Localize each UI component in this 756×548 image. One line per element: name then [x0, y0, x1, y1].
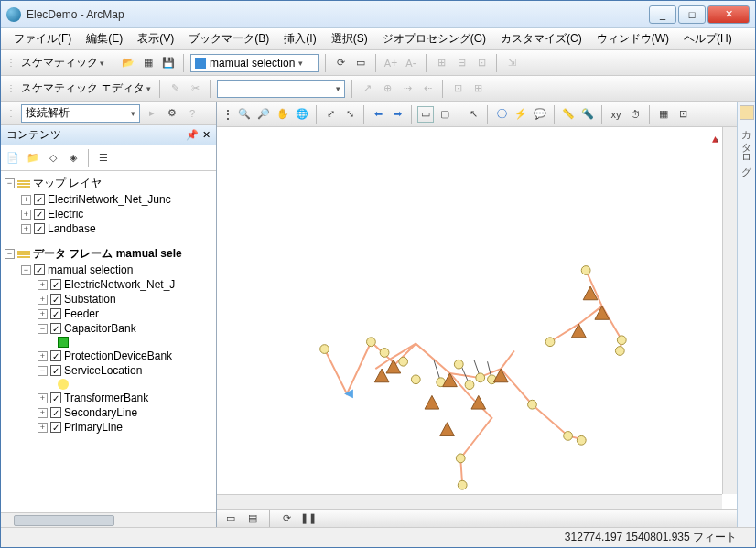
checkbox[interactable]: ✓ — [50, 350, 61, 361]
prev-extent-icon[interactable]: ⬅ — [370, 106, 386, 123]
layer-label[interactable]: Electric — [48, 208, 83, 220]
list-by-drawing-icon[interactable]: 📄 — [5, 150, 21, 167]
zoom-out-icon[interactable]: 🔎 — [255, 106, 272, 123]
toc-tree[interactable]: − マップ レイヤ +✓ElectriNetwork_Net_Junc +✓El… — [1, 171, 216, 512]
checkbox[interactable]: ✓ — [50, 392, 61, 403]
distribute-icon[interactable]: ⊟ — [453, 55, 470, 71]
checkbox[interactable]: ✓ — [50, 279, 61, 290]
checkbox[interactable]: ✓ — [50, 308, 61, 319]
full-extent-icon[interactable]: 🌐 — [294, 106, 310, 123]
layer-label[interactable]: PrimaryLine — [64, 421, 123, 434]
checkbox[interactable]: ✓ — [34, 223, 45, 234]
clear-select-icon[interactable]: ▢ — [437, 106, 453, 123]
maximize-button[interactable]: □ — [678, 5, 706, 24]
layer-label[interactable]: Feeder — [64, 307, 99, 320]
list-by-visibility-icon[interactable]: ◇ — [45, 150, 61, 167]
catalog-icon[interactable] — [740, 105, 754, 120]
map-canvas[interactable]: ▴› — [217, 127, 722, 494]
minimize-button[interactable]: _ — [649, 5, 676, 24]
pin-icon[interactable]: 📌 — [186, 129, 199, 141]
layer-label[interactable]: ElectriNetwork_Net_Junc — [48, 193, 171, 206]
checkbox[interactable]: ✓ — [34, 209, 45, 220]
map-vscrollbar[interactable] — [722, 127, 737, 494]
identify-icon[interactable]: ⓘ — [493, 106, 510, 123]
zoom-in-icon[interactable]: 🔍 — [236, 106, 253, 123]
html-popup-icon[interactable]: 💬 — [532, 106, 548, 123]
find-icon[interactable]: 🔦 — [579, 106, 596, 123]
expand-icon[interactable]: + — [38, 423, 48, 433]
editor-combo[interactable]: ▾ — [217, 80, 345, 98]
tool3-icon[interactable]: ⇢ — [399, 81, 416, 97]
tool4-icon[interactable]: ⇠ — [419, 81, 436, 97]
collapse-icon[interactable]: − — [21, 265, 31, 275]
expand-icon[interactable]: + — [38, 309, 48, 319]
close-button[interactable]: ✕ — [707, 5, 750, 24]
collapse-icon[interactable]: − — [38, 366, 48, 376]
menu-geoprocessing[interactable]: ジオプロセシング(G) — [377, 29, 491, 48]
catalog-label[interactable]: カタログ — [740, 124, 753, 170]
menu-view[interactable]: 表示(V) — [132, 29, 179, 48]
analysis-config-icon[interactable]: ⚙ — [164, 105, 180, 122]
layer-label[interactable]: CapacitorBank — [64, 322, 136, 335]
toc-close-icon[interactable]: ✕ — [202, 129, 211, 141]
new-diagram-icon[interactable]: ▦ — [140, 55, 157, 71]
checkbox[interactable]: ✓ — [50, 323, 61, 334]
expand-icon[interactable]: + — [21, 224, 31, 234]
align-icon[interactable]: ⊞ — [433, 55, 449, 71]
save-icon[interactable]: 💾 — [160, 55, 177, 71]
fixed-zoom-out-icon[interactable]: ⤡ — [341, 106, 358, 123]
menu-help[interactable]: ヘルプ(H) — [678, 29, 738, 48]
table-icon[interactable]: ▦ — [655, 106, 672, 123]
menu-customize[interactable]: カスタマイズ(C) — [495, 29, 588, 48]
toc-hscrollbar[interactable] — [1, 512, 216, 527]
collapse-icon[interactable]: − — [5, 178, 15, 188]
map-hscrollbar[interactable] — [217, 494, 722, 509]
layer-label[interactable]: ServiceLocation — [64, 364, 142, 377]
tool2-icon[interactable]: ⊕ — [379, 81, 395, 97]
tool5-icon[interactable]: ⊡ — [449, 81, 466, 97]
layer-label[interactable]: ProtectionDeviceBank — [64, 349, 172, 362]
hyperlink-icon[interactable]: ⚡ — [513, 106, 529, 123]
menu-window[interactable]: ウィンドウ(W) — [591, 29, 675, 48]
analysis-help-icon[interactable]: ? — [184, 105, 200, 122]
collapse-icon[interactable]: − — [5, 249, 15, 259]
options-icon[interactable]: ☰ — [95, 150, 112, 167]
layer-label[interactable]: SecondaryLine — [64, 406, 137, 419]
layout-icon[interactable]: ▭ — [352, 55, 369, 71]
expand-icon[interactable]: + — [38, 351, 48, 361]
expand-icon[interactable]: + — [38, 408, 48, 418]
tool6-icon[interactable]: ⊞ — [470, 81, 486, 97]
menu-select[interactable]: 選択(S) — [326, 29, 373, 48]
viewer-icon[interactable]: ⊡ — [675, 106, 691, 123]
menu-edit[interactable]: 編集(E) — [81, 29, 128, 48]
pointer-icon[interactable]: ↖ — [465, 106, 481, 123]
expand-icon[interactable]: + — [21, 195, 31, 205]
checkbox[interactable]: ✓ — [50, 407, 61, 418]
time-slider-icon[interactable]: ⏱ — [627, 106, 643, 123]
checkbox[interactable]: ✓ — [50, 365, 61, 376]
collapse-icon[interactable]: − — [38, 324, 48, 334]
menu-bookmark[interactable]: ブックマーク(B) — [183, 29, 275, 48]
edit-icon[interactable]: ✎ — [167, 81, 183, 97]
schematic-editor-dropdown[interactable]: スケマティック エディタ — [21, 81, 151, 96]
group-label[interactable]: mamual selection — [48, 263, 133, 276]
layout-view-icon[interactable]: ▤ — [244, 510, 261, 527]
goto-xy-icon[interactable]: xy — [608, 106, 624, 123]
expand-icon[interactable]: + — [38, 393, 48, 403]
pan-icon[interactable]: ✋ — [275, 106, 291, 123]
analysis-combo[interactable]: 接続解析 ▾ — [21, 104, 140, 123]
data-view-icon[interactable]: ▭ — [222, 510, 239, 527]
menu-file[interactable]: ファイル(F) — [8, 29, 77, 48]
checkbox[interactable]: ✓ — [34, 264, 45, 275]
frame2-label[interactable]: データ フレーム mamual sele — [33, 246, 182, 262]
select-features-icon[interactable]: ▭ — [417, 106, 434, 123]
expand-icon[interactable]: + — [21, 210, 31, 220]
analysis-run-icon[interactable]: ▸ — [144, 105, 160, 122]
frame1-label[interactable]: マップ レイヤ — [33, 176, 102, 191]
fixed-zoom-in-icon[interactable]: ⤢ — [322, 106, 339, 123]
layer-label[interactable]: TransformerBank — [64, 392, 148, 404]
next-extent-icon[interactable]: ➡ — [389, 106, 405, 123]
list-by-source-icon[interactable]: 📁 — [25, 150, 41, 167]
measure-icon[interactable]: 📏 — [560, 106, 577, 123]
list-by-selection-icon[interactable]: ◈ — [65, 150, 81, 167]
